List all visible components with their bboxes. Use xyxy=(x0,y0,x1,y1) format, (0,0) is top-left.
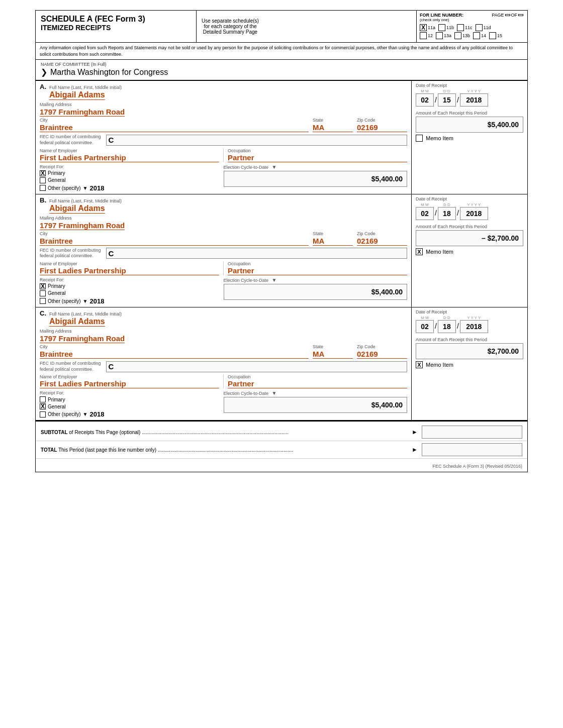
section-b-zip-label: Zip Code xyxy=(357,231,407,236)
section-c-general-label: General xyxy=(48,404,66,409)
section-c-city: Braintree xyxy=(40,350,309,359)
line-15-item[interactable]: 15 xyxy=(489,32,502,39)
line-13b-checkbox[interactable] xyxy=(454,32,461,39)
section-c-employer-label: Name of Employer xyxy=(40,374,219,379)
line-12-item[interactable]: 12 xyxy=(420,32,433,39)
section-b-election-label-text: Election Cycle-to-Date xyxy=(224,278,269,283)
section-b-general-option[interactable]: General xyxy=(40,290,224,296)
section-c-amount-box: $2,700.00 xyxy=(416,343,523,359)
line-13b-item[interactable]: 13b xyxy=(454,32,470,39)
subtotal-value-box xyxy=(422,426,522,439)
section-a-general-checkbox[interactable] xyxy=(40,177,46,183)
line-14-checkbox[interactable] xyxy=(473,32,480,39)
section-c-cycle-down-icon: ▼ xyxy=(272,390,277,396)
section-c-general-checkbox[interactable] xyxy=(40,403,46,409)
section-a-amount-box: $5,400.00 xyxy=(416,117,523,133)
section-b-employer: First Ladies Partnership xyxy=(40,266,219,275)
section-c-primary-option[interactable]: Primary xyxy=(40,396,224,402)
line-13a-checkbox[interactable] xyxy=(436,32,443,39)
section-a-primary-checkbox[interactable] xyxy=(40,170,46,176)
subtotal-arrow-icon: ► xyxy=(412,429,418,436)
line-13a-label: 13a xyxy=(444,33,451,38)
section-b-general-checkbox[interactable] xyxy=(40,290,46,296)
section-a-cycle-down-icon: ▼ xyxy=(272,164,277,170)
section-c-general-option[interactable]: General xyxy=(40,403,224,409)
section-b-memo-checkbox[interactable] xyxy=(416,248,423,255)
section-b-month-box: 02 xyxy=(416,207,434,220)
section-c-mailing: 1797 Framingham Road xyxy=(40,334,125,343)
section-a-employer: First Ladies Partnership xyxy=(40,153,219,162)
committee-label: NAME OF COMMITTEE (In Full) xyxy=(41,62,522,67)
section-b-occupation-label: Occupation xyxy=(228,261,407,266)
section-c-primary-checkbox[interactable] xyxy=(40,396,46,402)
section-b-primary-option[interactable]: Primary xyxy=(40,283,224,289)
section-b-fec-id: C xyxy=(109,249,114,258)
section-a-primary-label: Primary xyxy=(48,170,65,176)
section-a-receipt-options: Primary General Other (specify) ▼ 2018 xyxy=(40,170,224,192)
section-c-occupation-label: Occupation xyxy=(228,374,407,379)
line-11d-item[interactable]: 11d xyxy=(476,24,491,31)
section-c-zip-label: Zip Code xyxy=(357,344,407,349)
line-14-item[interactable]: 14 xyxy=(473,32,486,39)
line-11b-checkbox[interactable] xyxy=(438,24,445,31)
section-b-amount: – $2,700.00 xyxy=(482,234,519,242)
section-c-year-box: 2018 xyxy=(460,320,488,333)
section-c-memo-label: Memo Item xyxy=(426,362,453,368)
section-c-election-cycle: Election Cycle-to-Date ▼ $5,400.00 xyxy=(224,390,408,418)
page-of: PAGE OF xyxy=(492,13,524,18)
section-a-other-checkbox[interactable] xyxy=(40,185,46,191)
section-c-down-arrow-icon: ▼ xyxy=(83,411,88,417)
section-b-year: 2018 xyxy=(89,297,104,305)
line-12-checkbox[interactable] xyxy=(420,32,427,39)
line-11c-checkbox[interactable] xyxy=(457,24,464,31)
line-13a-item[interactable]: 13a xyxy=(436,32,451,39)
section-c-other-option[interactable]: Other (specify) ▼ 2018 xyxy=(40,410,224,418)
section-b-cycle-down-icon: ▼ xyxy=(272,277,277,283)
section-c-other-checkbox[interactable] xyxy=(40,411,46,418)
section-c-amount: $2,700.00 xyxy=(488,347,519,355)
use-separate-text: Use separate schedule(s) for each catego… xyxy=(202,18,259,35)
line-11a-item[interactable]: 11a xyxy=(420,24,435,31)
section-c-occupation-group: Occupation Partner xyxy=(224,374,407,388)
section-a-general-option[interactable]: General xyxy=(40,177,224,183)
section-b-fec-label: FEC ID number of contributing federal po… xyxy=(40,248,101,259)
section-c-fec-id-row: FEC ID number of contributing federal po… xyxy=(40,361,407,372)
receipt-c-right: Date of Receipt M M 02 / D D 18 / Y Y Y … xyxy=(412,307,527,420)
line-11d-checkbox[interactable] xyxy=(476,24,483,31)
line-11b-item[interactable]: 11b xyxy=(438,24,454,31)
section-c-memo-checkbox[interactable] xyxy=(416,361,423,368)
section-b-primary-checkbox[interactable] xyxy=(40,283,46,289)
section-c-state: MA xyxy=(313,350,353,359)
subtotal-dots: ........................................… xyxy=(142,430,289,435)
section-c-election-cycle-label: Election Cycle-to-Date ▼ xyxy=(224,390,408,396)
section-c-city-label: City xyxy=(40,344,309,349)
receipt-b-right: Date of Receipt M M 02 / D D 18 / Y Y Y … xyxy=(412,194,527,307)
section-a-employer-label: Name of Employer xyxy=(40,148,219,153)
line-15-checkbox[interactable] xyxy=(489,32,496,39)
section-a-receipt-for-row: Receipt For: Primary General Other (s xyxy=(40,164,407,192)
section-b-day-box: 18 xyxy=(438,207,456,220)
section-a-primary-option[interactable]: Primary xyxy=(40,170,224,176)
section-b-zip-group: Zip Code 02169 xyxy=(357,231,407,246)
subtotal-text: SUBTOTAL of Receipts This Page (optional… xyxy=(41,430,408,435)
subtotal-description: of Receipts This Page (optional) xyxy=(69,430,140,435)
line-11c-item[interactable]: 11c xyxy=(457,24,473,31)
section-a-other-option[interactable]: Other (specify) ▼ 2018 xyxy=(40,184,224,192)
header: SCHEDULE A (FEC Form 3) ITEMIZED RECEIPT… xyxy=(36,11,527,43)
section-b-full-name-label: Full Name (Last, First, Middle Initial) xyxy=(49,198,122,203)
section-b-other-checkbox[interactable] xyxy=(40,298,46,304)
section-c-other-label: Other (specify) xyxy=(48,411,81,417)
section-a-memo-checkbox[interactable] xyxy=(416,135,423,142)
line-11b-label: 11b xyxy=(446,25,454,30)
total-row: TOTAL This Period (last page this line n… xyxy=(36,441,527,459)
line-11a-checkbox[interactable] xyxy=(420,24,427,31)
section-b-other-option[interactable]: Other (specify) ▼ 2018 xyxy=(40,297,224,305)
section-a-city-group: City Braintree xyxy=(40,118,309,132)
section-b-fec-id-row: FEC ID number of contributing federal po… xyxy=(40,248,407,259)
total-value-box xyxy=(422,443,522,456)
section-a-occupation-group: Occupation Partner xyxy=(224,148,407,162)
line-11a-label: 11a xyxy=(428,25,435,30)
section-b-city-state-row: City Braintree State MA Zip Code 02169 xyxy=(40,231,407,246)
section-b-cycle-value-box: $5,400.00 xyxy=(224,284,408,300)
section-c-receipt-options: Primary General Other (specify) ▼ 2018 xyxy=(40,396,224,418)
